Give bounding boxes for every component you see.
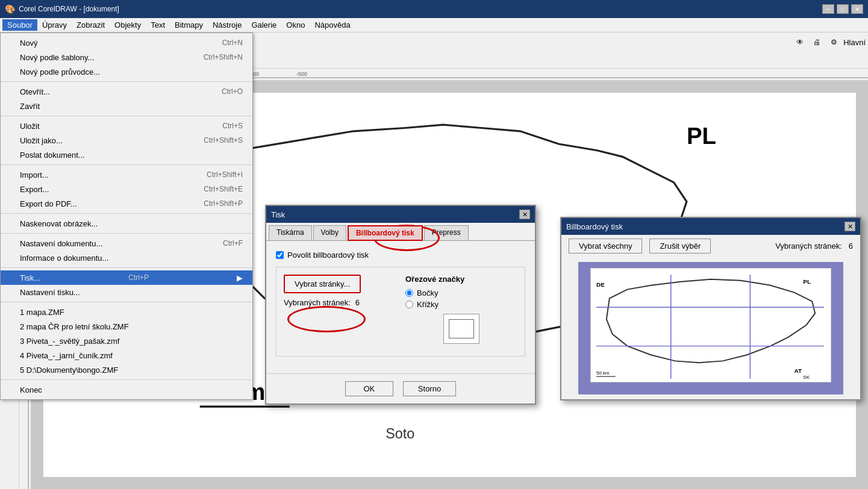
menu-objekty[interactable]: Objekty <box>110 19 146 31</box>
menu-novy-shortcut: Ctrl+N <box>222 39 243 47</box>
menu-export-pdf[interactable]: Export do PDF... Ctrl+Shift+P <box>1 196 252 211</box>
menu-export-label: Export... <box>20 185 49 194</box>
vybranych-row: Vybraných stránek: 6 <box>284 298 396 307</box>
maximize-btn[interactable]: □ <box>837 4 849 14</box>
menu-novy[interactable]: Nový Ctrl+N <box>1 36 252 50</box>
menu-export[interactable]: Export... Ctrl+Shift+E <box>1 182 252 196</box>
dialog-tisk-body: Povolit billboardový tisk Vybrat stránky… <box>266 241 535 373</box>
menu-bitmapy[interactable]: Bitmapy <box>170 19 208 31</box>
menu-zavrit-label: Zavřít <box>20 102 40 111</box>
vybrat-vse-btn[interactable]: Vybrat všechny <box>569 238 642 254</box>
dialog-tisk-titlebar: Tisk ✕ <box>266 206 535 223</box>
svg-text:PL: PL <box>687 123 716 149</box>
dialog-tabs-container: Tiskárna Volby Billboardový tisk Prepres… <box>266 223 535 241</box>
app-icon: 🎨 <box>5 4 15 14</box>
minimize-btn[interactable]: ─ <box>822 4 834 14</box>
tab-prepress[interactable]: Prepress <box>424 225 469 240</box>
menu-import[interactable]: Import... Ctrl+Shift+I <box>1 167 252 182</box>
menu-okno[interactable]: Okno <box>281 19 310 31</box>
menu-naskenovat-label: Naskenovat obrázek... <box>20 219 98 228</box>
menu-konec-label: Konec <box>20 385 42 394</box>
dialog-tisk: Tisk ✕ Tiskárna Volby Billboardový tisk … <box>265 205 536 405</box>
menu-text[interactable]: Text <box>146 19 170 31</box>
svg-text:-500: -500 <box>296 71 307 77</box>
menu-poslat[interactable]: Poslat dokument... <box>1 148 252 162</box>
menu-otevrit[interactable]: Otevřít... Ctrl+O <box>1 84 252 99</box>
menu-ulozit-jako-shortcut: Ctrl+Shift+S <box>204 136 243 145</box>
title-bar: 🎨 Corel CorelDRAW - [dokument] ─ □ ✕ <box>0 0 868 18</box>
orezove-label: Ořezové značky <box>405 275 517 284</box>
tab-billboardovy[interactable]: Billboardový tisk <box>348 225 423 241</box>
ok-btn[interactable]: OK <box>345 381 393 396</box>
tab-volby[interactable]: Volby <box>313 225 346 240</box>
menu-recent-4[interactable]: 4 Piveta_-_jarní_čuník.zmf <box>1 348 252 363</box>
menu-info[interactable]: Informace o dokumentu... <box>1 251 252 265</box>
header-right-group: 👁 🖨 ⚙ Hlavní <box>793 35 866 49</box>
menu-ulozit[interactable]: Uložit Ctrl+S <box>1 119 252 133</box>
menu-recent-1[interactable]: 1 mapa.ZMF <box>1 305 252 319</box>
storno-btn[interactable]: Storno <box>403 381 456 396</box>
tab-tiskarna[interactable]: Tiskárna <box>269 225 312 240</box>
title-bar-text: Corel CorelDRAW - [dokument] <box>19 5 822 13</box>
dialog-tisk-close[interactable]: ✕ <box>519 210 530 219</box>
dialog-right-col: Ořezové značky Bočky Křížky <box>405 275 517 349</box>
menu-recent-1-label: 1 mapa.ZMF <box>20 308 64 317</box>
bb-map-img: DE PL AT SK 50 km <box>590 268 831 382</box>
menu-nastaveni-tisku[interactable]: Nastavení tisku... <box>1 285 252 299</box>
menu-recent-2-label: 2 mapa ČR pro letní školu.ZMF <box>20 322 129 331</box>
menu-novy-pruvodce-label: Nový podle průvodce... <box>20 67 100 76</box>
print-icon-small[interactable]: 🖨 <box>810 35 824 49</box>
vybranych-value: 6 <box>355 298 360 307</box>
menu-zobrazit[interactable]: Zobrazit <box>72 19 110 31</box>
billboard-btn-row: Vybrat všechny Zrušit výběr Vybraných st… <box>561 235 860 257</box>
menu-naskenovat[interactable]: Naskenovat obrázek... <box>1 216 252 231</box>
radio-bocky[interactable] <box>405 289 413 297</box>
close-btn[interactable]: ✕ <box>851 4 863 14</box>
svg-text:PL: PL <box>803 278 811 285</box>
menu-import-label: Import... <box>20 170 49 179</box>
app-window: 🎨 Corel CorelDRAW - [dokument] ─ □ ✕ Sou… <box>0 0 868 489</box>
menu-tisk-label: Tisk... <box>20 273 40 282</box>
settings-icon[interactable]: ⚙ <box>826 35 841 49</box>
menu-recent-3[interactable]: 3 Piveta_-_světlý_pašak.zmf <box>1 334 252 348</box>
title-bar-buttons: ─ □ ✕ <box>822 4 863 14</box>
billboard-section: Vybrat stránky... Vybraných stránek: 6 O… <box>276 267 525 357</box>
sep-6 <box>1 267 252 268</box>
menu-recent-5[interactable]: 5 D:\Dokumenty\bongo.ZMF <box>1 363 252 377</box>
enable-billboard-checkbox[interactable] <box>276 251 284 259</box>
svg-text:50 km: 50 km <box>596 370 610 376</box>
menu-tisk[interactable]: Tisk... Ctrl+P ▶ <box>1 270 252 285</box>
menu-nastaveni-dok-shortcut: Ctrl+F <box>223 239 243 248</box>
radio-krizky[interactable] <box>405 301 413 308</box>
dialog-tisk-footer: OK Storno <box>266 373 535 403</box>
menu-konec[interactable]: Konec <box>1 382 252 397</box>
menu-nastaveni-dok[interactable]: Nastavení dokumentu... Ctrl+F <box>1 236 252 251</box>
menu-napoveda[interactable]: Nápověda <box>310 19 355 31</box>
radio-krizky-label: Křížky <box>417 300 439 309</box>
dialog-billboard-close[interactable]: ✕ <box>845 222 855 231</box>
menu-zavrit[interactable]: Zavřít <box>1 99 252 113</box>
zrusit-vyber-btn[interactable]: Zrušit výběr <box>649 238 711 254</box>
menu-novy-sablony[interactable]: Nový podle šablony... Ctrl+Shift+N <box>1 50 252 64</box>
billboard-vybranych-value: 6 <box>849 241 853 251</box>
dialog-billboard-titlebar: Billboardový tisk ✕ <box>561 218 860 235</box>
menu-export-shortcut: Ctrl+Shift+E <box>204 185 243 193</box>
eye-icon[interactable]: 👁 <box>793 35 807 49</box>
menu-ulozit-shortcut: Ctrl+S <box>222 122 243 130</box>
soubor-dropdown: Nový Ctrl+N Nový podle šablony... Ctrl+S… <box>0 33 253 400</box>
dialog-billboard-title: Billboardový tisk <box>566 222 845 231</box>
select-pages-btn[interactable]: Vybrat stránky... <box>284 275 361 293</box>
svg-text:AT: AT <box>795 367 802 374</box>
menu-novy-sablony-shortcut: Ctrl+Shift+N <box>204 53 243 61</box>
menu-upravy[interactable]: Úpravy <box>37 19 72 31</box>
menu-nastroje[interactable]: Nástroje <box>208 19 246 31</box>
menu-ulozit-jako[interactable]: Uložit jako... Ctrl+Shift+S <box>1 133 252 148</box>
menu-galerie[interactable]: Galerie <box>246 19 281 31</box>
sep-2 <box>1 116 252 116</box>
menu-info-label: Informace o dokumentu... <box>20 254 108 263</box>
sep-5 <box>1 233 252 234</box>
menu-novy-pruvodce[interactable]: Nový podle průvodce... <box>1 64 252 79</box>
menu-recent-2[interactable]: 2 mapa ČR pro letní školu.ZMF <box>1 319 252 334</box>
menu-recent-4-label: 4 Piveta_-_jarní_čuník.zmf <box>20 351 113 360</box>
menu-soubor[interactable]: Soubor <box>2 19 37 31</box>
